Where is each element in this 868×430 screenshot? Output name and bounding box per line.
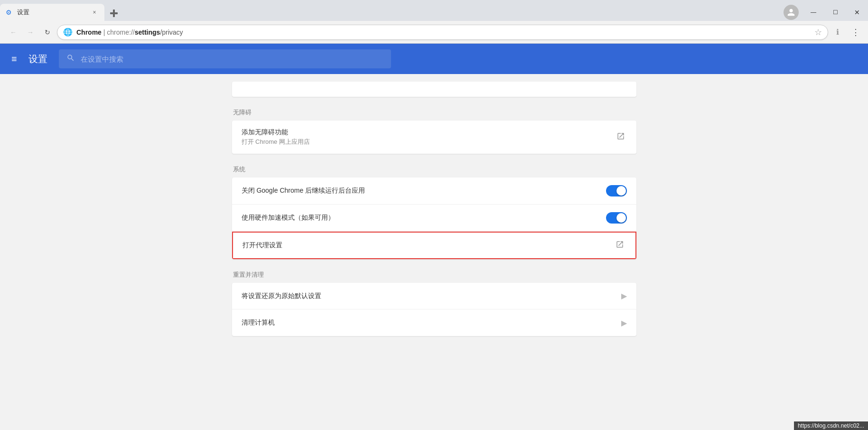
external-link-icon: [616, 132, 627, 142]
accessibility-row-0[interactable]: 添加无障碍功能 打开 Chrome 网上应用店: [232, 121, 636, 154]
url-text: Chrome | chrome://settings/privacy: [76, 28, 183, 36]
back-button[interactable]: ←: [6, 25, 21, 40]
reset-section: 重置并清理 将设置还原为原始默认设置 ▶ 清理计算机: [232, 271, 636, 336]
reset-row-1-action: ▶: [621, 318, 627, 327]
accessibility-card: 添加无障碍功能 打开 Chrome 网上应用店: [232, 121, 636, 154]
system-row-2-title: 打开代理设置: [243, 241, 608, 250]
url-site-icon: 🌐: [63, 28, 73, 37]
url-separator: | chrome://: [103, 28, 135, 36]
reset-row-0-title: 将设置还原为原始默认设置: [242, 292, 614, 300]
accessibility-label: 无障碍: [232, 108, 636, 117]
reset-row-0[interactable]: 将设置还原为原始默认设置 ▶: [232, 283, 636, 309]
address-bar: ← → ↻ 🌐 Chrome | chrome://settings/priva…: [0, 21, 868, 44]
search-icon: [66, 54, 75, 65]
settings-dots-button[interactable]: ⋮: [849, 26, 862, 39]
accessibility-row-0-sub: 打开 Chrome 网上应用店: [242, 138, 609, 146]
svg-rect-1: [110, 12, 118, 14]
close-button[interactable]: ✕: [846, 4, 868, 21]
url-path-settings: settings: [135, 28, 160, 36]
settings-header: ≡ 设置: [0, 44, 868, 74]
system-row-0-title: 关闭 Google Chrome 后继续运行后台应用: [242, 187, 598, 195]
account-icon[interactable]: [784, 5, 799, 20]
minimize-button[interactable]: —: [803, 4, 824, 21]
url-site-name: Chrome: [76, 28, 102, 36]
bookmark-icon[interactable]: ☆: [814, 27, 822, 37]
system-card: 关闭 Google Chrome 后继续运行后台应用 使用硬件加速模式（如果可用…: [232, 178, 636, 259]
reader-mode-icon[interactable]: ℹ: [830, 25, 845, 40]
system-row-1[interactable]: 使用硬件加速模式（如果可用）: [232, 205, 636, 232]
tab-title: 设置: [17, 8, 86, 17]
url-bar[interactable]: 🌐 Chrome | chrome://settings/privacy ☆: [57, 25, 828, 40]
system-row-2[interactable]: 打开代理设置: [232, 232, 636, 259]
proxy-external-link-icon: [616, 240, 626, 251]
menu-icon[interactable]: ≡: [11, 54, 17, 65]
reset-label: 重置并清理: [232, 271, 636, 279]
system-row-1-title: 使用硬件加速模式（如果可用）: [242, 214, 598, 222]
maximize-button[interactable]: ☐: [824, 4, 846, 21]
settings-title: 设置: [28, 53, 47, 65]
tab-favicon-icon: ⚙: [6, 9, 13, 16]
accessibility-row-0-title: 添加无障碍功能: [242, 128, 609, 137]
reset-card: 将设置还原为原始默认设置 ▶ 清理计算机 ▶: [232, 283, 636, 336]
window-controls: — ☐ ✕: [784, 4, 868, 21]
settings-content: 无障碍 添加无障碍功能 打开 Chrome 网上应用店: [0, 82, 868, 366]
tab-close-button[interactable]: ×: [90, 8, 99, 17]
toggle-hardware-accel[interactable]: [606, 212, 627, 224]
accessibility-row-0-action[interactable]: [616, 132, 627, 142]
tab-bar: ⚙ 设置 × — ☐ ✕: [0, 0, 868, 21]
system-row-2-action[interactable]: [616, 240, 626, 251]
search-input[interactable]: [81, 55, 383, 63]
toolbar-extensions: ⋮: [849, 26, 862, 39]
system-row-0[interactable]: 关闭 Google Chrome 后继续运行后台应用: [232, 178, 636, 205]
forward-button[interactable]: →: [23, 25, 38, 40]
accessibility-section: 无障碍 添加无障碍功能 打开 Chrome 网上应用店: [232, 108, 636, 154]
chevron-right-icon-2: ▶: [621, 318, 627, 327]
new-tab-button[interactable]: [106, 6, 121, 21]
reset-row-1[interactable]: 清理计算机 ▶: [232, 309, 636, 336]
status-bar: https://blog.csdn.net/c02...: [794, 421, 868, 430]
system-row-1-toggle[interactable]: [606, 212, 627, 224]
system-section: 系统 关闭 Google Chrome 后继续运行后台应用: [232, 165, 636, 259]
refresh-button[interactable]: ↻: [40, 25, 55, 40]
active-tab[interactable]: ⚙ 设置 ×: [0, 4, 104, 21]
url-path-rest: /privacy: [160, 28, 183, 36]
system-row-0-toggle[interactable]: [606, 185, 627, 196]
reset-row-1-title: 清理计算机: [242, 318, 614, 327]
toggle-background-apps[interactable]: [606, 185, 627, 196]
search-box[interactable]: [59, 49, 391, 68]
system-label: 系统: [232, 165, 636, 174]
partial-top-section: [232, 82, 636, 97]
reset-row-0-action: ▶: [621, 291, 627, 300]
chevron-right-icon: ▶: [621, 291, 627, 300]
